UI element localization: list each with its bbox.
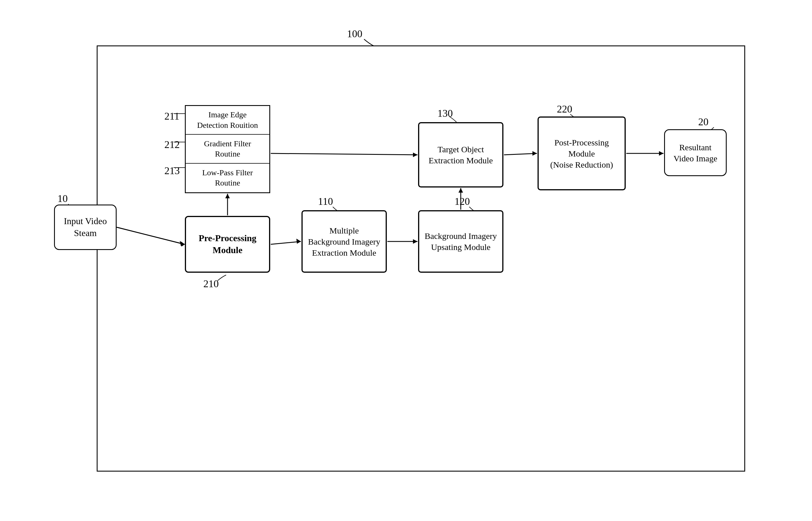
label-211: 211	[164, 110, 179, 122]
label-130: 130	[437, 107, 453, 119]
label-120: 120	[454, 196, 470, 207]
multi-bg-box: MultipleBackground ImageryExtraction Mod…	[301, 210, 387, 273]
bg-update-label: Background ImageryUpsating Module	[425, 230, 497, 252]
label-100: 100	[347, 28, 362, 40]
label-213: 213	[164, 165, 180, 177]
label-220: 220	[557, 103, 572, 115]
routines-box: Image EdgeDetection Rouition Gradient Fi…	[185, 105, 270, 193]
result-label: ResultantVideo Image	[674, 142, 717, 164]
target-box: Target ObjectExtraction Module	[418, 122, 504, 187]
routine-213: Low-Pass FilterRoutine	[186, 164, 269, 192]
routine-211: Image EdgeDetection Rouition	[186, 106, 269, 135]
label-210: 210	[204, 278, 219, 290]
result-box: ResultantVideo Image	[664, 129, 727, 176]
bg-update-box: Background ImageryUpsating Module	[418, 210, 504, 273]
multi-bg-label: MultipleBackground ImageryExtraction Mod…	[308, 225, 380, 258]
input-video-label: Input VideoSteam	[64, 215, 107, 239]
postprocess-box: Post-ProcessingModule(Noise Reduction)	[537, 116, 626, 190]
label-10: 10	[58, 192, 68, 205]
target-label: Target ObjectExtraction Module	[429, 144, 493, 166]
label-212: 212	[164, 139, 180, 151]
routine-212: Gradient FilterRoutine	[186, 135, 269, 163]
input-video-box: Input VideoSteam	[54, 205, 116, 250]
postprocess-label: Post-ProcessingModule(Noise Reduction)	[550, 137, 613, 170]
preprocessing-label: Pre-ProcessingModule	[198, 232, 256, 256]
label-110: 110	[318, 196, 333, 207]
preprocessing-box: Pre-ProcessingModule	[185, 216, 270, 273]
label-20: 20	[698, 116, 708, 128]
